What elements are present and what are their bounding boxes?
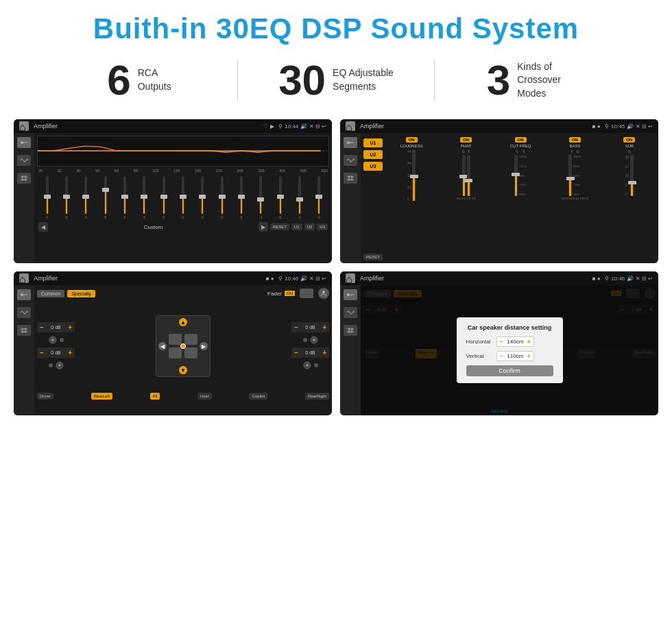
bass-f-slider[interactable] bbox=[568, 155, 572, 196]
cutfreq-on[interactable]: ON bbox=[515, 137, 527, 143]
reset-btn[interactable]: RESET bbox=[270, 223, 289, 230]
horizontal-plus[interactable]: + bbox=[527, 338, 531, 345]
eq-slider-14[interactable]: 0 bbox=[311, 176, 328, 219]
u3-preset[interactable]: U3 bbox=[363, 162, 383, 171]
loudness-on[interactable]: ON bbox=[406, 137, 418, 143]
driver-btn[interactable]: Driver bbox=[37, 393, 53, 400]
sidebar-expand-btn-2[interactable] bbox=[344, 173, 357, 184]
eq-slider-13[interactable]: -1 bbox=[291, 176, 308, 219]
stats-row: 6 RCAOutputs 30 EQ AdjustableSegments 3 … bbox=[0, 52, 672, 114]
tab-specialty[interactable]: Specialty bbox=[67, 290, 95, 297]
rr-minus[interactable]: − bbox=[294, 349, 298, 356]
tab-common[interactable]: Common bbox=[37, 290, 64, 297]
u1-preset[interactable]: U1 bbox=[363, 138, 383, 147]
eq-slider-12[interactable]: 0 bbox=[272, 176, 289, 219]
rl-minus[interactable]: − bbox=[40, 349, 44, 356]
left-arrow[interactable]: ◀ bbox=[158, 342, 167, 350]
eq-slider-0[interactable]: 0 bbox=[38, 176, 56, 219]
right-channel: − 0 dB + − 0 dB + bbox=[291, 322, 329, 370]
fl-minus[interactable]: − bbox=[40, 324, 44, 331]
sidebar-expand-btn[interactable] bbox=[17, 173, 31, 184]
sub-on[interactable]: ON bbox=[623, 137, 635, 143]
u2-btn[interactable]: U2 bbox=[304, 223, 315, 230]
sidebar-eq-btn-2[interactable] bbox=[344, 137, 357, 148]
fr-plus[interactable]: + bbox=[322, 324, 326, 331]
copilot-btn[interactable]: Copilot bbox=[249, 393, 267, 400]
bass-on[interactable]: ON bbox=[569, 137, 581, 143]
next-arrow[interactable]: ▶ bbox=[259, 222, 268, 232]
horizontal-control[interactable]: − 140cm + bbox=[496, 337, 535, 347]
home-icon-2[interactable]: ⌂ bbox=[346, 121, 355, 131]
fl-plus[interactable]: + bbox=[68, 324, 72, 331]
sidebar-expand-btn-4[interactable] bbox=[344, 325, 357, 336]
horizontal-value: 140cm bbox=[505, 339, 525, 345]
home-icon-4[interactable]: ⌂ bbox=[346, 273, 355, 283]
fader-top: Common Specialty Fader ON bbox=[37, 288, 329, 299]
prev-arrow[interactable]: ◀ bbox=[38, 222, 48, 232]
eq-slider-11[interactable]: -1 bbox=[252, 176, 269, 219]
rearright-btn[interactable]: RearRight bbox=[305, 393, 329, 400]
right-arrow[interactable]: ▶ bbox=[200, 342, 208, 350]
sidebar-wave-btn[interactable] bbox=[17, 155, 31, 166]
eq-slider-4[interactable]: 0 bbox=[116, 176, 133, 219]
eq-slider-1[interactable]: 0 bbox=[58, 176, 75, 219]
phat-f-slider[interactable] bbox=[467, 155, 470, 196]
vertical-control[interactable]: − 110cm + bbox=[496, 351, 535, 361]
home-icon-1[interactable]: ⌂ bbox=[19, 121, 29, 131]
stat-number-crossover: 3 bbox=[487, 59, 510, 101]
horizontal-label: Horizontal bbox=[466, 339, 494, 345]
loudness-slider[interactable] bbox=[412, 149, 416, 201]
rl-plus[interactable]: + bbox=[68, 349, 72, 356]
sidebar-wave-btn-4[interactable] bbox=[344, 307, 357, 318]
fr-minus[interactable]: − bbox=[294, 324, 298, 331]
down-arrow[interactable]: ▼ bbox=[179, 366, 187, 374]
eq-slider-2[interactable]: 0 bbox=[77, 176, 95, 219]
user-btn[interactable]: User bbox=[197, 393, 212, 400]
sidebar-wave-btn-3[interactable] bbox=[17, 307, 31, 318]
fr-db-control[interactable]: − 0 dB + bbox=[291, 322, 329, 332]
phat-on[interactable]: ON bbox=[460, 137, 472, 143]
vertical-plus[interactable]: + bbox=[527, 352, 531, 360]
screen2-inner: U1 U2 U3 RESET ON LOUDNESS 644832160 bbox=[340, 133, 658, 263]
eq-slider-6[interactable]: 0 bbox=[155, 176, 172, 219]
eq-slider-9[interactable]: 0 bbox=[213, 176, 230, 219]
fader-slider-mini[interactable] bbox=[300, 289, 313, 298]
rearleft-btn[interactable]: RearLeft bbox=[91, 393, 112, 400]
eq-slider-5[interactable]: 0 bbox=[136, 176, 153, 219]
sidebar-wave-btn-2[interactable] bbox=[344, 155, 357, 166]
amp-reset-btn[interactable]: RESET bbox=[363, 254, 383, 260]
up-arrow[interactable]: ▲ bbox=[179, 318, 187, 326]
eq-slider-7[interactable]: 0 bbox=[174, 176, 191, 219]
rr-db-control[interactable]: − 0 dB + bbox=[291, 348, 329, 358]
confirm-button[interactable]: Confirm bbox=[466, 365, 553, 376]
fader-bottom-btns: Driver RearLeft All User Copilot RearRig… bbox=[37, 393, 329, 400]
sidebar-eq-btn-4[interactable] bbox=[344, 289, 357, 300]
u1-btn[interactable]: U1 bbox=[291, 223, 302, 230]
sidebar-eq-btn[interactable] bbox=[17, 137, 31, 148]
sidebar-expand-btn-3[interactable] bbox=[17, 325, 31, 336]
sub-control: ON SUB G 20151050 bbox=[603, 137, 656, 196]
sub-slider[interactable] bbox=[630, 155, 634, 196]
phat-control: ON PHAT GF bbox=[440, 137, 492, 200]
eq-slider-3[interactable]: 5 bbox=[97, 176, 114, 219]
stat-eq: 30 EQ AdjustableSegments bbox=[238, 59, 434, 101]
vertical-minus[interactable]: − bbox=[500, 352, 504, 360]
rr-plus[interactable]: + bbox=[322, 349, 326, 356]
cutfreq-g-slider[interactable] bbox=[514, 155, 518, 196]
home-icon-3[interactable]: ⌂ bbox=[19, 273, 29, 283]
fader-on[interactable]: ON bbox=[285, 291, 295, 296]
screen4-title: Amplifier bbox=[360, 275, 590, 282]
horizontal-minus[interactable]: − bbox=[500, 338, 504, 345]
all-btn[interactable]: All bbox=[150, 393, 160, 400]
fader-center-dot[interactable] bbox=[180, 343, 186, 349]
eq-slider-10[interactable]: 0 bbox=[232, 176, 250, 219]
eq-slider-8[interactable]: 0 bbox=[194, 176, 211, 219]
status-bar-1: ⌂ Amplifier ♡ ▶ ⚲ 10:44 🔊 ✕ ⊟ ↩ bbox=[14, 119, 332, 133]
fl-db-control[interactable]: − 0 dB + bbox=[37, 322, 75, 332]
sidebar-eq-btn-3[interactable] bbox=[17, 289, 31, 300]
rl-db-control[interactable]: − 0 dB + bbox=[37, 348, 75, 358]
u3-btn[interactable]: U3 bbox=[317, 223, 328, 230]
screen1-main: 25 32 40 50 63 80 100 125 160 200 250 32… bbox=[34, 133, 332, 263]
phat-g-slider[interactable] bbox=[462, 155, 466, 196]
u2-preset[interactable]: U2 bbox=[363, 150, 383, 159]
